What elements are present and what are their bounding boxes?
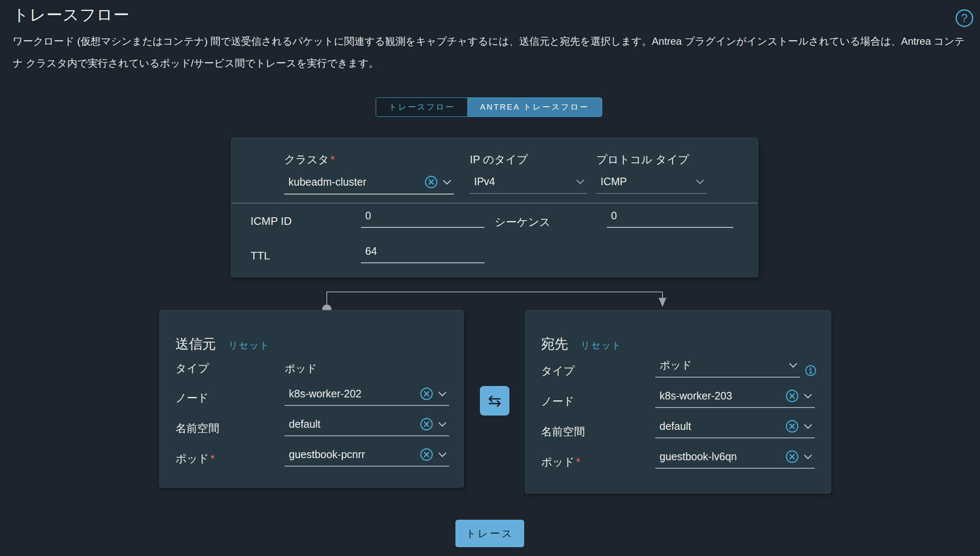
clear-icon[interactable] xyxy=(425,175,438,189)
destination-node-value: k8s-worker-203 xyxy=(660,390,732,402)
chevron-down-icon[interactable] xyxy=(789,363,797,368)
destination-pod-value: guestbook-lv6qn xyxy=(660,451,737,463)
destination-title: 宛先 xyxy=(541,335,568,354)
protocol-type-select[interactable]: ICMP xyxy=(596,175,707,194)
help-icon[interactable]: ? xyxy=(956,9,973,27)
trace-button[interactable]: トレース xyxy=(455,520,524,547)
source-pod-label: ポッド* xyxy=(175,451,215,466)
ip-type-value: IPv4 xyxy=(474,175,495,188)
source-namespace-select[interactable]: default xyxy=(285,418,449,436)
required-marker: * xyxy=(210,452,215,465)
chevron-down-icon[interactable] xyxy=(804,454,812,459)
chevron-down-icon[interactable] xyxy=(804,394,812,399)
clear-icon[interactable] xyxy=(420,448,433,461)
info-icon[interactable] xyxy=(805,365,816,376)
source-node-select[interactable]: k8s-worker-202 xyxy=(285,387,449,406)
destination-node-select[interactable]: k8s-worker-203 xyxy=(655,389,815,408)
destination-namespace-label: 名前空間 xyxy=(541,424,585,439)
protocol-type-value: ICMP xyxy=(600,175,627,188)
destination-node-label: ノード xyxy=(541,394,574,409)
required-marker: * xyxy=(576,456,580,468)
source-pod-value: guestbook-pcnrr xyxy=(289,448,365,461)
clear-icon[interactable] xyxy=(786,389,799,402)
chevron-down-icon[interactable] xyxy=(443,180,451,185)
chevron-down-icon[interactable] xyxy=(438,391,447,397)
chevron-down-icon[interactable] xyxy=(696,179,704,184)
destination-pod-select[interactable]: guestbook-lv6qn xyxy=(655,450,815,469)
source-namespace-value: default xyxy=(289,418,320,430)
tab-antrea-traceflow[interactable]: ANTREA トレースフロー xyxy=(467,98,602,116)
destination-type-label: タイプ xyxy=(541,364,575,378)
traceflow-mode-tabs: トレースフロー ANTREA トレースフロー xyxy=(376,97,602,117)
ip-type-field: IP のタイプ IPv4 xyxy=(470,152,587,194)
source-header: 送信元 リセット xyxy=(175,335,270,354)
icmp-id-field xyxy=(361,210,485,228)
ip-type-select[interactable]: IPv4 xyxy=(470,175,587,194)
sequence-label: シーケンス xyxy=(495,215,550,229)
packet-settings-panel: クラスタ* kubeadm-cluster IP のタイプ IPv4 xyxy=(231,138,758,277)
icmp-id-label: ICMP ID xyxy=(250,215,292,228)
destination-namespace-value: default xyxy=(660,420,691,432)
destination-type-select[interactable]: ポッド xyxy=(655,358,800,378)
cluster-field: クラスタ* kubeadm-cluster xyxy=(284,152,454,194)
connector-arrow-icon xyxy=(659,298,666,307)
source-namespace-label: 名前空間 xyxy=(175,421,219,436)
destination-namespace-select[interactable]: default xyxy=(655,420,815,438)
required-marker: * xyxy=(330,153,334,166)
source-title: 送信元 xyxy=(175,335,216,354)
clear-icon[interactable] xyxy=(786,420,799,433)
source-node-label: ノード xyxy=(175,391,209,405)
protocol-type-field: プロトコル タイプ ICMP xyxy=(596,152,707,194)
page-description: ワークロード (仮想マシンまたはコンテナ) 間で送受信されるパケットに関連する観… xyxy=(13,30,967,74)
traceflow-page: トレースフロー ? ワークロード (仮想マシンまたはコンテナ) 間で送受信される… xyxy=(0,0,980,556)
destination-pod-label: ポッド* xyxy=(541,455,580,470)
sequence-input[interactable] xyxy=(607,210,733,228)
chevron-down-icon[interactable] xyxy=(438,422,447,427)
ttl-field xyxy=(361,245,485,263)
ip-type-label: IP のタイプ xyxy=(470,152,587,167)
chevron-down-icon[interactable] xyxy=(804,424,812,429)
help-question-glyph: ? xyxy=(961,12,967,25)
source-reset-link[interactable]: リセット xyxy=(229,339,270,352)
tab-traceflow[interactable]: トレースフロー xyxy=(376,98,467,116)
sequence-field xyxy=(607,210,733,228)
clear-icon[interactable] xyxy=(420,387,433,400)
page-title: トレースフロー xyxy=(13,4,129,26)
destination-panel: 宛先 リセット タイプ ポッド ノード k8s-worker-203 xyxy=(525,310,831,494)
destination-header: 宛先 リセット xyxy=(541,335,622,354)
source-pod-select[interactable]: guestbook-pcnrr xyxy=(285,448,449,467)
icmp-id-input[interactable] xyxy=(361,210,485,228)
ttl-input[interactable] xyxy=(361,245,485,263)
source-type-label: タイプ xyxy=(175,361,209,376)
cluster-value: kubeadm-cluster xyxy=(288,176,366,188)
clear-icon[interactable] xyxy=(786,450,799,463)
form-divider xyxy=(232,203,758,203)
chevron-down-icon[interactable] xyxy=(576,179,584,184)
destination-reset-link[interactable]: リセット xyxy=(581,339,622,352)
destination-type-value: ポッド xyxy=(660,358,692,372)
swap-arrows-icon: ⇆ xyxy=(488,393,501,409)
chevron-down-icon[interactable] xyxy=(438,452,447,457)
source-panel: 送信元 リセット タイプ ポッド ノード k8s-worker-202 名前空間 xyxy=(159,310,464,488)
cluster-label: クラスタ* xyxy=(284,152,454,167)
protocol-type-label: プロトコル タイプ xyxy=(596,152,707,167)
swap-button[interactable]: ⇆ xyxy=(480,386,509,416)
clear-icon[interactable] xyxy=(420,418,433,431)
ttl-label: TTL xyxy=(250,249,270,262)
source-node-value: k8s-worker-202 xyxy=(289,388,361,400)
source-type-value: ポッド xyxy=(285,362,317,375)
cluster-select[interactable]: kubeadm-cluster xyxy=(284,175,454,194)
